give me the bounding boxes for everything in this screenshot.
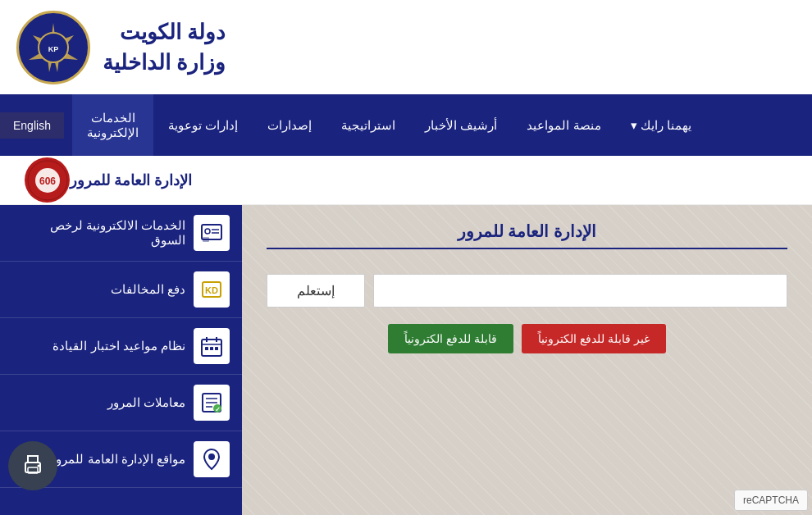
- traffic-dept-header: 606 الإدارة العامة للمرور: [0, 156, 812, 205]
- svg-text:KD: KD: [205, 285, 218, 295]
- calendar-icon-box: [194, 328, 230, 364]
- nav-e-services-label2: الإلكترونية: [87, 125, 139, 140]
- center-panel-title: الإدارة العامة للمرور: [267, 221, 787, 249]
- violations-icon-box: KD: [194, 271, 230, 308]
- nav-appointments[interactable]: منصة المواعيد: [512, 94, 615, 156]
- header-text: دولة الكويت وزارة الداخلية: [103, 17, 226, 77]
- sidebar-item-transactions[interactable]: معاملات المرور ✓: [0, 375, 242, 431]
- svg-point-30: [38, 465, 40, 467]
- svg-rect-19: [215, 347, 218, 350]
- sidebar-item-driving-test-label: نظام مواعيد اختبار القيادة: [12, 339, 194, 353]
- svg-text:606: 606: [39, 175, 55, 187]
- transactions-icon: ✓: [199, 390, 224, 415]
- action-row: قابلة للدفع الكترونياً غير قابلة للدفع ا…: [267, 324, 787, 353]
- violations-icon: KD: [199, 277, 224, 302]
- sidebar-item-market-licenses-label: الخدمات الالكترونية لرخص السوق: [12, 218, 194, 248]
- traffic-dept-title: الإدارة العامة للمرور: [70, 171, 192, 189]
- sidebar-item-violations[interactable]: دفع المخالفات KD: [0, 262, 242, 318]
- svg-point-26: [208, 453, 215, 460]
- nav-awareness[interactable]: إدارات توعوية: [153, 94, 253, 156]
- ministry-logo: KP: [16, 11, 90, 84]
- chevron-down-icon: ▾: [631, 117, 637, 134]
- location-icon-box: [194, 441, 230, 477]
- sidebar-item-market-licenses[interactable]: الخدمات الالكترونية لرخص السوق: [0, 205, 242, 262]
- main-content: الإدارة العامة للمرور إستعلم قابلة للدفع…: [0, 205, 812, 515]
- header-title-line2: وزارة الداخلية: [103, 48, 226, 77]
- license-icon-box: [194, 215, 230, 251]
- main-nav: الرئيسية الخدمات الإلكترونية إدارات توعو…: [0, 94, 812, 156]
- search-input[interactable]: [373, 274, 787, 308]
- svg-text:KP: KP: [48, 45, 59, 53]
- print-float-button[interactable]: [8, 441, 57, 490]
- license-icon: [199, 221, 224, 245]
- nav-feedback-label: يهمنا رايك: [641, 117, 691, 134]
- search-button[interactable]: إستعلم: [267, 274, 365, 308]
- not-payable-button[interactable]: غير قابلة للدفع الكترونياً: [522, 324, 666, 353]
- calendar-icon: [199, 334, 224, 358]
- traffic-logo-svg: 606: [27, 160, 68, 201]
- recaptcha-label: reCAPTCHA: [743, 494, 799, 506]
- traffic-logo: 606: [25, 157, 70, 203]
- header: دولة الكويت وزارة الداخلية KP: [0, 0, 812, 94]
- svg-rect-28: [28, 456, 38, 463]
- location-icon: [199, 447, 224, 472]
- nav-feedback[interactable]: يهمنا رايك ▾: [616, 94, 706, 156]
- nav-e-services[interactable]: الخدمات الإلكترونية: [72, 94, 153, 156]
- svg-rect-10: [203, 237, 209, 242]
- nav-issuances[interactable]: إصدارات: [253, 94, 326, 156]
- svg-point-7: [205, 229, 210, 234]
- print-icon: [21, 453, 45, 478]
- recaptcha-widget: reCAPTCHA: [734, 490, 808, 511]
- center-panel: الإدارة العامة للمرور إستعلم قابلة للدفع…: [242, 205, 812, 515]
- english-button[interactable]: English: [0, 112, 64, 139]
- nav-archive[interactable]: أرشيف الأخبار: [410, 94, 512, 156]
- header-title-line1: دولة الكويت: [103, 17, 226, 47]
- search-row: إستعلم: [267, 274, 787, 308]
- nav-e-services-label1: الخدمات: [91, 111, 135, 125]
- nav-strategy[interactable]: استراتيجية: [326, 94, 410, 156]
- sidebar-item-transactions-label: معاملات المرور: [12, 395, 194, 410]
- svg-rect-18: [210, 347, 213, 350]
- sidebar-item-violations-label: دفع المخالفات: [12, 282, 194, 297]
- logo-svg: KP: [25, 19, 82, 76]
- transactions-icon-box: ✓: [194, 385, 230, 421]
- svg-text:✓: ✓: [215, 406, 221, 413]
- payable-button[interactable]: قابلة للدفع الكترونياً: [388, 324, 513, 353]
- svg-rect-17: [205, 347, 208, 350]
- sidebar-item-driving-test[interactable]: نظام مواعيد اختبار القيادة: [0, 318, 242, 375]
